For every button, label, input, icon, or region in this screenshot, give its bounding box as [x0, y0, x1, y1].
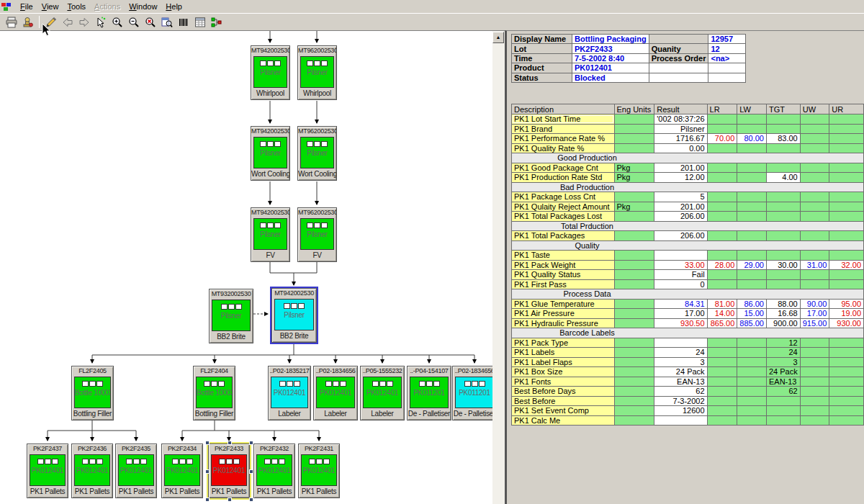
selection-handle[interactable] [228, 441, 232, 445]
lr-cell[interactable]: 28.00 [707, 260, 737, 270]
desc-cell[interactable]: PK1 Hydraulic Pressure [512, 318, 615, 328]
result-cell[interactable]: '002 08:37:26 [654, 114, 707, 125]
ur-cell[interactable] [829, 270, 864, 280]
ur-cell[interactable] [829, 251, 864, 261]
uw-cell[interactable] [800, 415, 829, 426]
uw-cell[interactable] [800, 357, 829, 367]
desc-cell[interactable]: PK1 Quality Rate % [512, 143, 615, 153]
result-cell[interactable]: Fail [654, 270, 707, 280]
column-header-eng-units[interactable]: Eng Units [614, 104, 654, 114]
tgt-cell[interactable]: 62 [766, 387, 800, 397]
lr-cell[interactable] [707, 124, 737, 134]
ur-cell[interactable] [829, 357, 864, 367]
eng-units-cell[interactable] [614, 251, 654, 261]
lot-node[interactable]: PK2F2431PK012401PK1 Pallets [298, 444, 340, 498]
uw-cell[interactable] [800, 114, 829, 125]
lr-cell[interactable] [707, 406, 737, 416]
tgt-cell[interactable] [766, 114, 800, 125]
lw-cell[interactable] [737, 338, 767, 348]
lot-node[interactable]: MT932002530PilsnerBB2 Brite [209, 289, 253, 343]
uw-cell[interactable] [800, 279, 829, 289]
selection-handle[interactable] [205, 441, 210, 445]
lw-cell[interactable] [737, 279, 767, 289]
tgt-cell[interactable] [766, 231, 800, 241]
eng-units-cell[interactable] [614, 124, 654, 134]
uw-cell[interactable] [800, 163, 829, 173]
desc-cell[interactable]: PK1 Taste [512, 251, 615, 261]
desc-cell[interactable]: PK1 Set Event Comp [512, 406, 615, 416]
uw-cell[interactable] [800, 124, 829, 134]
lot-node[interactable]: ..P02-1834656PK011201De - Palletiser [452, 366, 492, 420]
selection-handle[interactable] [228, 498, 232, 502]
uw-cell[interactable] [800, 406, 829, 416]
desc-cell[interactable]: PK1 Pack Weight [512, 260, 615, 270]
lr-cell[interactable] [707, 377, 737, 387]
uw-cell[interactable] [800, 143, 829, 153]
toolbar-button-zoom-in[interactable] [109, 14, 125, 30]
tgt-cell[interactable] [766, 143, 800, 153]
lr-cell[interactable] [707, 163, 737, 173]
menu-item-file[interactable]: File [16, 1, 37, 12]
ur-cell[interactable] [829, 348, 864, 358]
lr-cell[interactable]: 14.00 [707, 309, 737, 319]
lw-cell[interactable] [737, 377, 767, 387]
toolbar-button-barcode[interactable] [175, 14, 192, 30]
toolbar-button-stamp[interactable] [19, 14, 36, 30]
desc-cell[interactable]: PK1 Performance Rate % [512, 134, 615, 144]
eng-units-cell[interactable] [614, 143, 654, 153]
tgt-cell[interactable]: 12 [766, 338, 800, 348]
lw-cell[interactable]: 80.00 [737, 134, 767, 144]
ur-cell[interactable] [829, 202, 864, 212]
eng-units-cell[interactable] [614, 387, 654, 397]
lr-cell[interactable]: 865.00 [707, 318, 737, 328]
ur-cell[interactable] [829, 114, 864, 125]
lw-cell[interactable] [737, 114, 767, 125]
lot-node[interactable]: ..P05-1555232PK012401Labeler [360, 366, 405, 420]
menu-item-window[interactable]: Window [125, 1, 161, 12]
result-cell[interactable]: 1716.67 [654, 134, 707, 144]
uw-cell[interactable] [800, 396, 829, 406]
genealogy-diagram-canvas[interactable]: MT942002530PilsnerWhirlpoolMT962002530Pi… [0, 30, 492, 504]
ur-cell[interactable] [829, 367, 864, 377]
eng-units-cell[interactable]: Pkg [614, 173, 654, 183]
lot-node[interactable]: MT942002530PilsnerFV [251, 207, 290, 262]
selection-handle[interactable] [249, 469, 253, 474]
lr-cell[interactable] [707, 231, 737, 241]
lot-node[interactable]: MT942002530PilsnerBB2 Brite [271, 288, 317, 343]
desc-cell[interactable]: Best Before [512, 396, 615, 406]
eng-units-cell[interactable]: Pkg [614, 202, 654, 212]
eng-units-cell[interactable] [614, 348, 654, 358]
column-header-description[interactable]: Description [512, 104, 615, 114]
lw-cell[interactable] [737, 173, 767, 183]
desc-cell[interactable]: PK1 Production Rate Std [512, 173, 615, 183]
lot-node[interactable]: PK2F2436PK012401PK1 Pallets [71, 444, 113, 498]
lr-cell[interactable] [707, 387, 737, 397]
lw-cell[interactable] [737, 143, 767, 153]
desc-cell[interactable]: PK1 Qulaity Reject Amount [512, 202, 615, 212]
lw-cell[interactable] [737, 202, 767, 212]
uw-cell[interactable] [800, 173, 829, 183]
lw-cell[interactable]: 86.00 [737, 299, 767, 309]
eng-units-cell[interactable] [614, 396, 654, 406]
lot-node[interactable]: FL2F2404Bottle 10003Bottling Filler [193, 366, 235, 420]
lr-cell[interactable] [707, 114, 737, 125]
lot-node[interactable]: MT962002530PilsnerWort Cooling [297, 126, 337, 181]
lw-cell[interactable] [737, 124, 767, 134]
tgt-cell[interactable] [766, 202, 800, 212]
lw-cell[interactable] [737, 348, 767, 358]
selection-handle[interactable] [205, 469, 210, 474]
tgt-cell[interactable]: 24 Pack [766, 367, 800, 377]
lot-node[interactable]: PK2F2432PK012401PK1 Pallets [253, 444, 295, 498]
result-cell[interactable]: 0.00 [654, 143, 707, 153]
lot-node[interactable]: MT942002530PilsnerWort Cooling [251, 126, 290, 181]
toolbar-button-zoom-out[interactable] [125, 14, 142, 30]
lot-node[interactable]: MT962002530PilsnerWhirlpool [297, 45, 337, 100]
lot-node[interactable]: MT962002530PilsnerFV [297, 207, 337, 262]
result-cell[interactable]: Pilsner [654, 124, 707, 134]
desc-cell[interactable]: PK1 Lot Start Time [512, 114, 615, 125]
ur-cell[interactable] [829, 143, 864, 153]
column-header-ur[interactable]: UR [829, 104, 864, 114]
desc-cell[interactable]: PK1 Air Pressure [512, 309, 615, 319]
uw-cell[interactable]: 90.00 [800, 299, 829, 309]
result-cell[interactable]: 12.00 [654, 173, 707, 183]
